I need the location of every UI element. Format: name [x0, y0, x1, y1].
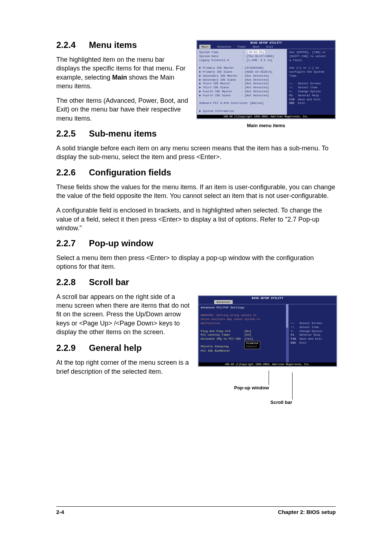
scroll-bar	[286, 304, 288, 362]
bios-caption-main: Main menu items	[247, 123, 285, 128]
p-226-2: A configurable field is enclosed in brac…	[56, 206, 336, 232]
bios-title: BIOS SETUP UTILITY	[197, 41, 335, 45]
bios2-help-panel: ←→ Select Screen ↑↓ Select Item +- Chang…	[288, 304, 336, 362]
p-226-1: These fields show the values for the men…	[56, 183, 336, 200]
heading-224: 2.2.4Menu items	[56, 40, 189, 50]
bios-help-panel: Use [ENTER], [TAB] or [SHIFT-TAB] to sel…	[287, 49, 335, 115]
heading-227: 2.2.7Pop-up window	[56, 238, 336, 248]
heading-226: 2.2.6Configuration fields	[56, 167, 336, 178]
page-number: 2-4	[56, 509, 64, 515]
bios2-main-panel: Advanced PCI/PnP Settings WARNING: Setti…	[199, 304, 286, 362]
chapter-label: Chapter 2: BIOS setup	[278, 509, 336, 515]
bios2-title: BIOS SETUP UTILITY	[199, 296, 336, 300]
p-225: A solid triangle before each item on any…	[56, 144, 336, 162]
p-224-1: The highlighted item on the menu bar dis…	[56, 55, 189, 90]
heading-225: 2.2.5Sub-menu items	[56, 129, 336, 139]
bios-screenshot-main: BIOS SETUP UTILITY MainAdvancedPowerBoot…	[196, 40, 336, 119]
bios-screenshot-advanced: BIOS SETUP UTILITY MainAdvanced Advanced…	[198, 295, 337, 367]
heading-228: 2.2.8Scroll bar	[56, 277, 336, 287]
heading-229: 2.2.9General help	[56, 343, 191, 353]
label-scroll: Scroll bar	[270, 400, 292, 405]
bios-main-panel: System Time : [10:55:25] System Date : […	[197, 49, 287, 115]
p-229: At the top right corner of the menu scre…	[56, 358, 191, 376]
p-228: A scroll bar appears on the right side o…	[56, 292, 191, 336]
p-227: Select a menu item then press <Enter> to…	[56, 254, 336, 271]
label-popup: Pop-up window	[234, 385, 269, 390]
page-footer: 2-4 Chapter 2: BIOS setup	[56, 506, 336, 515]
bios-menubar: MainAdvancedPowerBootExit	[197, 45, 335, 49]
p-224-2: The other items (Advanced, Power, Boot, …	[56, 96, 189, 123]
bios2-menubar: MainAdvanced	[199, 300, 336, 304]
bios-footer: v00.00 (C)Copyright 1985-2003, American …	[197, 115, 335, 118]
bios2-footer: v00.00 (C)Copyright 1985-2003, American …	[199, 362, 336, 366]
popup-window: DisabledEnabled	[244, 341, 260, 349]
